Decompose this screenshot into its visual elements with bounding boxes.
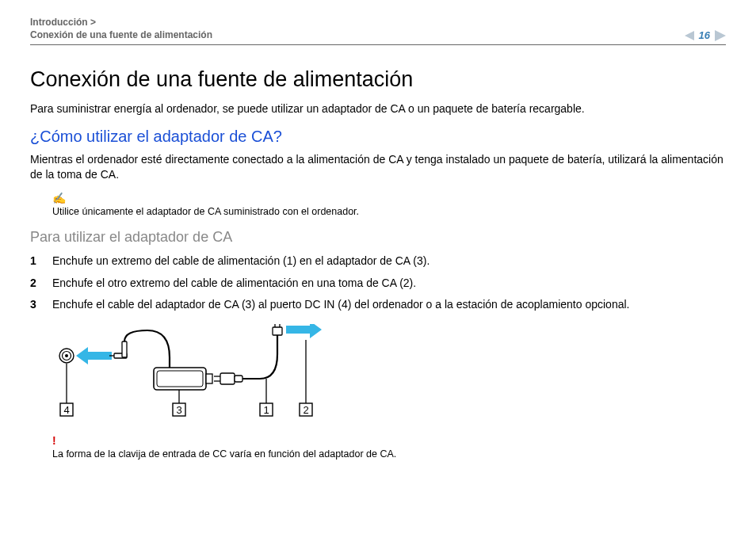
ac-usage-paragraph: Mientras el ordenador esté directamente … [30,152,726,182]
ac-adapter-icon [154,368,212,390]
svg-point-4 [65,354,68,357]
dc-in-port-icon [59,349,74,363]
svg-rect-6 [122,341,127,357]
svg-rect-10 [206,374,212,383]
connection-diagram: 4 3 1 2 [52,324,726,430]
step-item: 1 Enchufe un extremo del cable de alimen… [30,254,726,269]
subheading-how-to-use: ¿Cómo utilizar el adaptador de CA? [30,128,726,146]
callout-3: 3 [176,403,181,415]
arrow-to-dc-in-icon [76,347,112,364]
power-cord-plug-icon [214,373,242,384]
wall-plug-icon [273,324,282,335]
page-title: Conexión de una fuente de alimentación [30,67,726,92]
callout-4: 4 [63,403,69,415]
warning-text: La forma de la clavija de entrada de CC … [52,448,396,460]
step-text: Enchufe el otro extremo del cable de ali… [52,276,416,292]
subheading-steps: Para utilizar el adaptador de CA [30,229,726,246]
dc-plug-icon [109,341,127,358]
step-item: 2 Enchufe el otro extremo del cable de a… [30,276,726,292]
svg-rect-14 [235,376,242,382]
callout-2: 2 [303,403,308,415]
prev-page-icon[interactable] [685,31,694,40]
warning-block: ! La forma de la clavija de entrada de C… [52,435,726,460]
callout-1: 1 [263,403,269,415]
power-cord [242,333,277,379]
note-block: ✍ Utilice únicamente el adaptador de CA … [52,193,726,218]
page: Introducción > Conexión de una fuente de… [0,0,756,534]
dc-cable [124,330,170,368]
warning-icon: ! [52,435,726,446]
breadcrumb-line1: Introducción > [30,17,96,28]
next-page-icon[interactable] [715,30,726,41]
page-number: 16 [699,29,710,41]
steps-list: 1 Enchufe un extremo del cable de alimen… [30,254,726,313]
svg-marker-0 [685,31,694,40]
breadcrumb-line2: Conexión de una fuente de alimentación [30,29,212,40]
step-text: Enchufe un extremo del cable de alimenta… [52,254,430,269]
svg-marker-1 [715,30,726,41]
arrow-to-outlet-icon [286,324,322,338]
note-icon: ✍ [52,193,726,204]
svg-rect-15 [273,327,282,335]
step-number: 2 [30,276,52,292]
step-text: Enchufe el cable del adaptador de CA (3)… [52,297,629,313]
step-number: 1 [30,254,52,269]
step-number: 3 [30,297,52,313]
intro-paragraph: Para suministrar energía al ordenador, s… [30,101,726,116]
breadcrumb: Introducción > Conexión de una fuente de… [30,16,212,41]
note-text: Utilice únicamente el adaptador de CA su… [52,206,359,217]
page-nav: 16 [685,29,726,41]
step-item: 3 Enchufe el cable del adaptador de CA (… [30,297,726,313]
svg-rect-13 [220,373,235,384]
header: Introducción > Conexión de una fuente de… [30,16,726,45]
